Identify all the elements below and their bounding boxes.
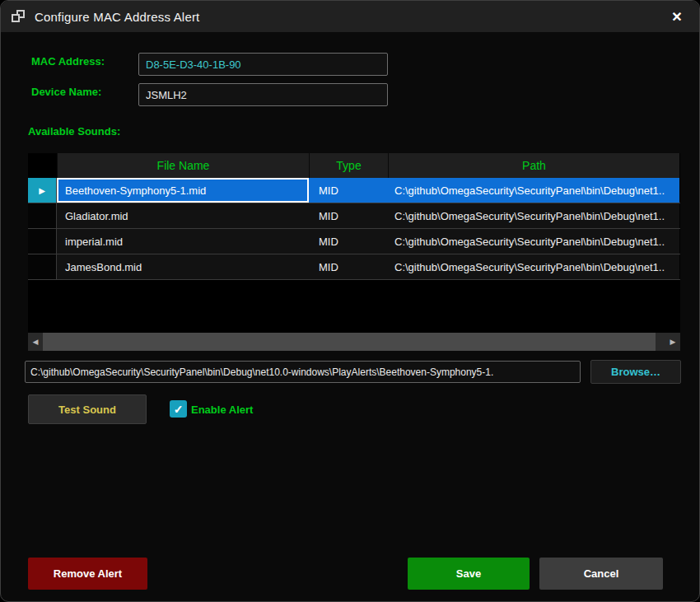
current-row-pointer-icon: ▶: [39, 186, 45, 195]
device-name-field[interactable]: [138, 83, 388, 106]
device-name-label: Device Name:: [31, 86, 101, 98]
test-sound-button[interactable]: Test Sound: [28, 394, 147, 424]
available-sounds-label: Available Sounds:: [28, 125, 120, 138]
scroll-left-icon[interactable]: ◀: [28, 333, 43, 351]
selected-sound-path-field[interactable]: [25, 361, 581, 383]
title-bar: Configure MAC Address Alert ✕: [1, 1, 699, 32]
scrollbar-thumb[interactable]: [43, 333, 656, 351]
cell-path[interactable]: C:\github\OmegaSecurity\SecurityPanel\bi…: [388, 178, 679, 203]
grid-header: File Name Type Path: [28, 153, 680, 178]
save-button[interactable]: Save: [408, 558, 530, 590]
cell-file-name[interactable]: imperial.mid: [57, 229, 309, 254]
table-row[interactable]: JamesBond.mid MID C:\github\OmegaSecurit…: [28, 254, 680, 280]
column-header-path[interactable]: Path: [388, 153, 679, 178]
check-icon: ✓: [174, 403, 184, 416]
cell-type[interactable]: MID: [309, 178, 388, 203]
browse-button[interactable]: Browse…: [590, 360, 681, 384]
grid-empty-area: [28, 280, 680, 333]
cell-file-name[interactable]: Gladiator.mid: [57, 203, 309, 228]
configure-mac-alert-dialog: Configure MAC Address Alert ✕ MAC Addres…: [0, 0, 700, 602]
horizontal-scrollbar[interactable]: ◀ ▶: [28, 333, 680, 351]
cell-type[interactable]: MID: [309, 203, 388, 228]
row-selector-cell[interactable]: [28, 203, 57, 228]
cell-path[interactable]: C:\github\OmegaSecurity\SecurityPanel\bi…: [388, 203, 679, 228]
mac-address-field[interactable]: [138, 53, 388, 76]
grid-corner-cell[interactable]: [28, 153, 57, 178]
cascade-windows-icon: [12, 10, 26, 24]
cancel-button[interactable]: Cancel: [539, 558, 663, 590]
enable-alert-label: Enable Alert: [191, 404, 253, 416]
cell-type[interactable]: MID: [309, 229, 388, 254]
sounds-grid: File Name Type Path ▶ Beethoven-Symphony…: [28, 153, 680, 351]
column-header-type[interactable]: Type: [309, 153, 388, 178]
table-row[interactable]: ▶ Beethoven-Symphony5-1.mid MID C:\githu…: [28, 178, 680, 203]
table-row[interactable]: Gladiator.mid MID C:\github\OmegaSecurit…: [28, 203, 680, 229]
cell-file-name[interactable]: JamesBond.mid: [57, 254, 309, 279]
cell-path[interactable]: C:\github\OmegaSecurity\SecurityPanel\bi…: [388, 229, 679, 254]
remove-alert-button[interactable]: Remove Alert: [28, 558, 147, 590]
window-title: Configure MAC Address Alert: [35, 10, 200, 24]
row-selector-cell[interactable]: [28, 254, 57, 279]
mac-address-label: MAC Address:: [31, 55, 105, 68]
table-row[interactable]: imperial.mid MID C:\github\OmegaSecurity…: [28, 229, 680, 254]
column-header-file-name[interactable]: File Name: [57, 153, 309, 178]
cell-path[interactable]: C:\github\OmegaSecurity\SecurityPanel\bi…: [388, 254, 679, 279]
enable-alert-checkbox[interactable]: ✓: [170, 400, 187, 418]
cell-file-name[interactable]: Beethoven-Symphony5-1.mid: [57, 178, 309, 203]
cell-type[interactable]: MID: [309, 254, 388, 279]
close-icon[interactable]: ✕: [667, 7, 687, 26]
scroll-right-icon[interactable]: ▶: [665, 333, 680, 351]
row-selector-cell[interactable]: ▶: [28, 178, 57, 203]
row-selector-cell[interactable]: [28, 229, 57, 254]
